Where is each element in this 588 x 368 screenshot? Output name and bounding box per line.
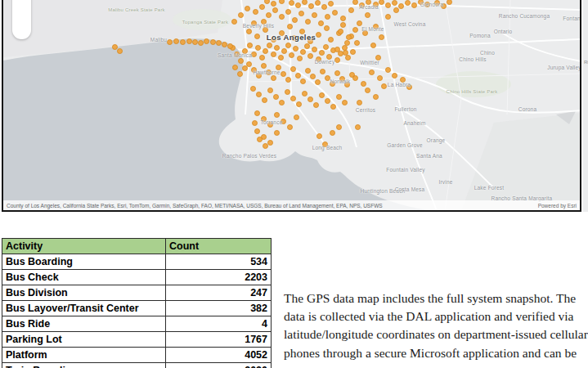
gps-point bbox=[318, 20, 324, 26]
search-icon[interactable] bbox=[15, 6, 29, 20]
gps-point bbox=[263, 48, 268, 54]
gps-point bbox=[319, 92, 325, 98]
gps-point bbox=[274, 130, 280, 136]
count-cell: 4 bbox=[166, 316, 272, 332]
gps-point bbox=[271, 52, 276, 57]
gps-point bbox=[352, 0, 358, 5]
gps-point bbox=[227, 43, 233, 49]
gps-point bbox=[447, 0, 452, 5]
gps-point bbox=[272, 7, 278, 13]
gps-point bbox=[273, 94, 279, 100]
gps-point bbox=[300, 79, 306, 84]
gps-point bbox=[330, 130, 335, 136]
gps-point bbox=[321, 4, 327, 10]
gps-point bbox=[323, 44, 329, 50]
gps-point bbox=[232, 65, 238, 70]
gps-point bbox=[370, 43, 376, 48]
riverside-label-fragment: Riverside bbox=[584, 60, 588, 65]
activity-cell: Platform bbox=[2, 348, 166, 363]
gps-point bbox=[216, 40, 222, 46]
table-row: Train Boarding2020 bbox=[2, 363, 272, 368]
city-label: Arcadia bbox=[359, 4, 378, 10]
city-label: Beverly Hills bbox=[243, 23, 274, 29]
gps-map[interactable]: Los AngelesBeverly HillsSanta MonicaMali… bbox=[3, 0, 580, 210]
gps-point bbox=[334, 70, 340, 76]
gps-point bbox=[259, 55, 265, 61]
gps-point bbox=[238, 12, 244, 18]
gps-point bbox=[186, 38, 192, 44]
gps-point bbox=[369, 70, 375, 75]
gps-point bbox=[173, 38, 179, 44]
count-cell: 247 bbox=[166, 285, 272, 301]
gps-point bbox=[315, 79, 321, 85]
activity-table-body: Bus Boarding534Bus Check2203Bus Division… bbox=[2, 254, 272, 368]
city-label: Anaheim bbox=[403, 120, 425, 126]
bookmark-icon[interactable] bbox=[15, 0, 29, 3]
table-row: Bus Layover/Transit Center382 bbox=[2, 301, 272, 316]
gps-point bbox=[346, 34, 352, 40]
activity-count-table: Activity Count Bus Boarding534Bus Check2… bbox=[2, 238, 272, 368]
gps-point bbox=[332, 10, 338, 16]
gps-point bbox=[167, 39, 173, 45]
city-label-major: Los Angeles bbox=[267, 33, 316, 42]
gps-point bbox=[357, 20, 362, 26]
gps-point bbox=[338, 29, 343, 34]
gps-point bbox=[254, 34, 260, 39]
powered-by-esri: Powered by Esri bbox=[538, 203, 577, 209]
gps-point bbox=[411, 2, 417, 8]
gps-point bbox=[255, 45, 261, 51]
gps-point bbox=[392, 0, 397, 6]
city-label: Hawthorne bbox=[253, 70, 280, 75]
gps-point bbox=[238, 58, 244, 64]
gps-point bbox=[247, 43, 253, 48]
gps-point bbox=[267, 140, 273, 146]
activity-cell: Bus Check bbox=[2, 270, 166, 285]
gps-point bbox=[117, 48, 123, 54]
gps-point bbox=[279, 0, 285, 4]
gps-point bbox=[252, 120, 258, 126]
gps-point bbox=[315, 0, 321, 6]
table-row: Bus Ride4 bbox=[2, 316, 272, 332]
gps-point bbox=[361, 81, 366, 87]
gps-point bbox=[287, 124, 293, 130]
gps-point bbox=[254, 128, 260, 134]
gps-point bbox=[256, 92, 262, 97]
gps-point bbox=[298, 11, 304, 16]
city-label: Santa Ana bbox=[416, 153, 442, 159]
city-label: Malibu bbox=[150, 37, 167, 43]
city-label: Pomona bbox=[469, 33, 490, 38]
gps-point bbox=[278, 55, 284, 61]
gps-point bbox=[302, 91, 307, 96]
gps-point bbox=[296, 101, 302, 107]
city-label: Costa Mesa bbox=[395, 186, 425, 192]
gps-point bbox=[266, 12, 272, 18]
gps-point bbox=[263, 143, 268, 149]
city-label: Orange bbox=[427, 137, 446, 143]
activity-cell: Parking Lot bbox=[2, 332, 166, 348]
city-label: Torrance bbox=[261, 119, 283, 125]
count-cell: 4052 bbox=[166, 348, 272, 363]
gps-point bbox=[312, 12, 317, 18]
gps-point bbox=[271, 1, 276, 7]
gps-point bbox=[210, 39, 216, 45]
gps-point bbox=[180, 39, 186, 45]
gps-point bbox=[340, 16, 346, 21]
gps-point bbox=[330, 104, 336, 110]
gps-point bbox=[264, 0, 270, 4]
gps-point bbox=[294, 114, 299, 120]
gps-map-frame: Los AngelesBeverly HillsSanta MonicaMali… bbox=[2, 0, 581, 212]
gps-point bbox=[285, 89, 290, 95]
gps-point bbox=[405, 0, 411, 6]
gps-point bbox=[300, 49, 306, 55]
gps-point bbox=[336, 124, 342, 130]
table-row: Bus Boarding534 bbox=[2, 254, 272, 270]
map-attribution-bar: County of Los Angeles, California State … bbox=[3, 200, 580, 210]
city-label: Lake Forest bbox=[474, 185, 505, 191]
gps-point bbox=[192, 39, 198, 45]
gps-point bbox=[319, 50, 325, 56]
gps-point bbox=[262, 97, 267, 103]
city-label: Malibu Creek State Park bbox=[108, 7, 165, 12]
gps-point bbox=[377, 75, 383, 81]
account-icon[interactable] bbox=[15, 22, 29, 36]
gps-point bbox=[373, 94, 379, 100]
